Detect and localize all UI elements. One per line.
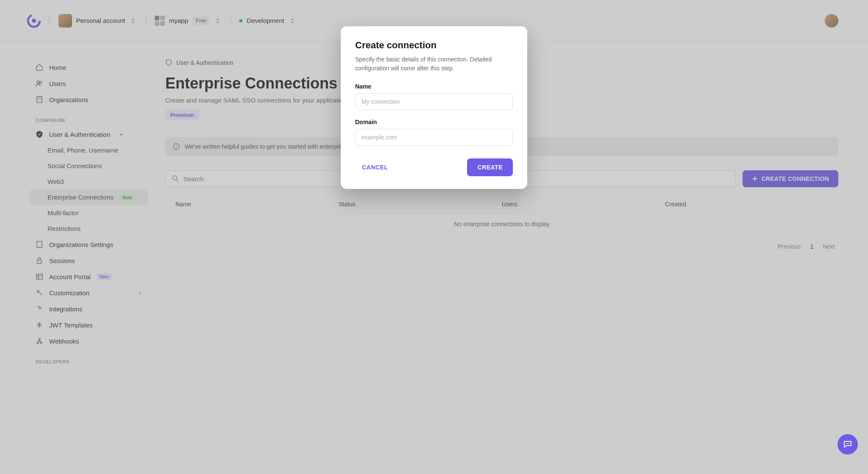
svg-point-15 <box>849 443 849 444</box>
create-connection-modal: Create connection Specify the basic deta… <box>341 26 527 189</box>
svg-point-13 <box>846 443 847 444</box>
chat-icon <box>843 440 852 449</box>
modal-actions: CANCEL CREATE <box>355 158 513 176</box>
modal-title: Create connection <box>355 40 513 51</box>
chat-fab[interactable] <box>837 434 858 455</box>
modal-overlay[interactable]: Create connection Specify the basic deta… <box>0 0 868 474</box>
create-button[interactable]: CREATE <box>467 158 513 176</box>
cancel-button[interactable]: CANCEL <box>355 159 395 176</box>
domain-label: Domain <box>355 119 513 125</box>
name-input[interactable] <box>355 93 513 110</box>
modal-description: Specify the basic details of this connec… <box>355 55 513 73</box>
domain-input[interactable] <box>355 129 513 146</box>
svg-point-14 <box>847 443 848 444</box>
name-label: Name <box>355 83 513 90</box>
